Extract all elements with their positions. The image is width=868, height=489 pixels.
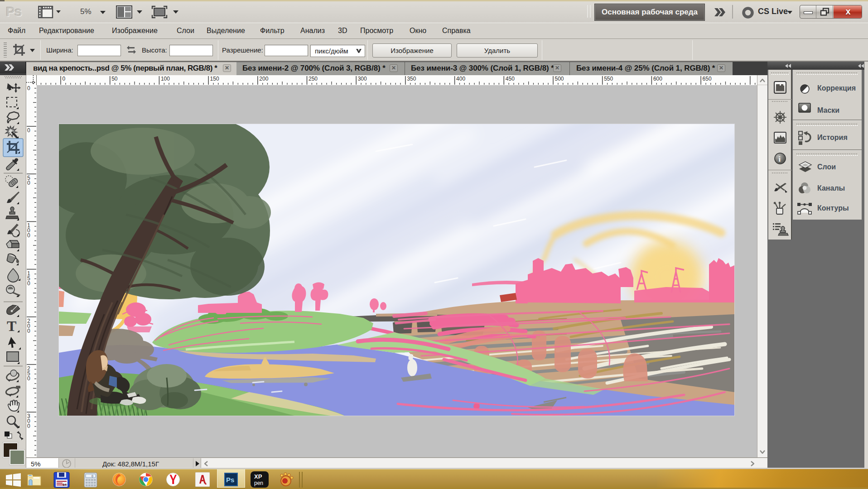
svg-text:550: 550 [604, 76, 613, 82]
svg-text:50: 50 [111, 76, 118, 82]
svg-text:150: 150 [210, 76, 219, 82]
svg-text:Ps: Ps [226, 476, 234, 484]
svg-text:0: 0 [27, 328, 30, 334]
svg-text:500: 500 [555, 76, 564, 82]
svg-text:0: 0 [27, 280, 30, 287]
svg-text:650: 650 [703, 76, 712, 82]
svg-text:0: 0 [27, 232, 30, 239]
svg-text:64·: 64· [63, 483, 68, 487]
svg-text:0: 0 [27, 127, 30, 134]
svg-text:350: 350 [407, 76, 416, 82]
svg-text:250: 250 [309, 76, 318, 82]
svg-text:0: 0 [63, 76, 66, 82]
svg-text:XP: XP [254, 473, 262, 480]
svg-text:0: 0 [27, 375, 30, 382]
svg-text:0: 0 [27, 85, 30, 91]
svg-text:T: T [7, 318, 16, 334]
svg-text:0: 0 [27, 423, 30, 429]
svg-text:pen: pen [254, 480, 263, 486]
svg-text:450: 450 [506, 76, 515, 82]
svg-text:400: 400 [456, 76, 465, 82]
svg-text:i: i [779, 155, 781, 163]
svg-text:0: 0 [92, 475, 93, 478]
svg-text:600: 600 [653, 76, 662, 82]
svg-text:0: 0 [27, 180, 30, 186]
svg-text:300: 300 [358, 76, 367, 82]
svg-text:100: 100 [161, 76, 170, 82]
svg-text:200: 200 [259, 76, 268, 82]
